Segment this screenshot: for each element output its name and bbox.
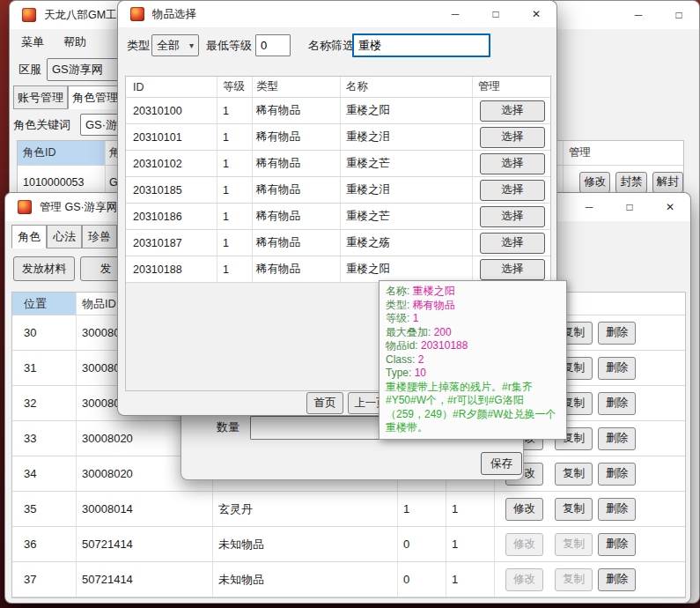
tooltip-field: 最大叠加: 200	[386, 326, 560, 340]
minimize-icon[interactable]: ─	[618, 1, 659, 29]
modify-button[interactable]: 修改	[505, 533, 543, 556]
header-level[interactable]: 等级	[217, 77, 253, 97]
cell-type: 稀有物品	[253, 256, 341, 282]
tooltip-field: 类型: 稀有物品	[386, 299, 560, 313]
select-button[interactable]: 选择	[480, 233, 545, 254]
titlebar: 物品选择 ─ □ ✕	[118, 1, 556, 27]
cell-position: 33	[12, 421, 77, 456]
role-keyword-value: GS·游	[85, 117, 117, 133]
cell-item-name: 玄灵丹	[213, 492, 398, 526]
unban-button[interactable]: 解封	[652, 172, 683, 193]
cell-position: 35	[12, 492, 77, 526]
delete-button[interactable]: 删除	[598, 498, 636, 521]
table-row[interactable]: 20310188 1 稀有物品 重楼之阳 选择	[126, 256, 550, 283]
cell-level: 1	[217, 230, 253, 256]
save-button[interactable]: 保存	[481, 452, 522, 475]
close-icon[interactable]: ✕	[516, 1, 556, 27]
table-row[interactable]: 20310100 1 稀有物品 重楼之阳 选择	[126, 98, 550, 124]
cell-type: 稀有物品	[253, 177, 341, 203]
select-button[interactable]: 选择	[480, 100, 545, 122]
delete-button[interactable]: 删除	[598, 357, 636, 380]
menu-item-menu[interactable]: 菜单	[11, 31, 54, 54]
maximize-icon[interactable]: □	[609, 193, 650, 221]
ban-button[interactable]: 封禁	[615, 172, 646, 193]
cell-actions: 修改 复制 删除	[495, 492, 685, 526]
tooltip-field: Type: 10	[386, 367, 560, 381]
min-level-label: 最低等级	[206, 40, 252, 52]
table-row: 37 50721414 未知物品 0 1 修改 复制 删除	[12, 562, 685, 597]
cell-actions: 修改 复制 删除	[495, 562, 685, 597]
table-row[interactable]: 20310186 1 稀有物品 重楼之芒 选择	[126, 204, 550, 230]
delete-button[interactable]: 删除	[598, 427, 636, 450]
cell-type: 稀有物品	[253, 151, 341, 176]
delete-button[interactable]: 删除	[598, 463, 636, 486]
tab-role-manage[interactable]: 角色管理	[68, 85, 122, 109]
table-row[interactable]: 20310101 1 稀有物品 重楼之泪 选择	[126, 124, 550, 151]
header-name[interactable]: 名称	[341, 77, 473, 97]
modify-button[interactable]: 修改	[505, 498, 543, 521]
cell-type: 稀有物品	[253, 124, 341, 150]
close-icon[interactable]: ✕	[650, 193, 690, 221]
app-icon	[18, 200, 32, 214]
first-page-button[interactable]: 首页	[306, 392, 343, 414]
cell-id: 20310100	[126, 98, 217, 123]
header-id[interactable]: ID	[126, 77, 217, 97]
grant-material-button[interactable]: 发放材料	[13, 256, 75, 281]
delete-button[interactable]: 删除	[598, 322, 636, 345]
cell-id: 20310185	[126, 177, 217, 203]
select-button[interactable]: 选择	[480, 206, 545, 227]
tab-mentality[interactable]: 心法	[47, 225, 82, 248]
cell-id: 20310188	[126, 256, 217, 282]
select-button[interactable]: 选择	[480, 127, 545, 148]
select-button[interactable]: 选择	[480, 259, 545, 280]
table-row: 36 50721414 未知物品 0 1 修改 复制 删除	[12, 527, 685, 562]
cell-count: 0	[398, 527, 446, 561]
cell-position: 32	[12, 386, 77, 420]
type-filter-label: 类型	[127, 40, 150, 52]
cell-item-id: 50721414	[77, 527, 213, 561]
cell-name: 重楼之芒	[341, 151, 473, 176]
cell-manage: 选择	[473, 256, 550, 282]
delete-button[interactable]: 删除	[598, 533, 636, 556]
tab-account-manage[interactable]: 账号管理	[13, 85, 68, 109]
type-filter-select[interactable]: 全部 ▾	[151, 34, 199, 56]
minimize-icon[interactable]: ─	[569, 193, 609, 221]
cell-position: 30	[12, 315, 77, 350]
cell-count: 0	[398, 562, 446, 597]
tooltip-description-line: （259，249）#R夕颜#W处兑换一个	[386, 408, 560, 422]
role-keyword-label: 角色关键词	[13, 119, 70, 131]
modify-button[interactable]: 修改	[579, 172, 610, 193]
header-position[interactable]: 位置	[12, 293, 77, 315]
minimize-icon[interactable]: ─	[435, 1, 475, 27]
copy-button[interactable]: 复制	[555, 533, 593, 556]
cell-manage: 选择	[473, 204, 550, 229]
cell-id: 20310101	[126, 124, 217, 150]
copy-button[interactable]: 复制	[555, 568, 593, 591]
cell-position: 37	[12, 562, 77, 597]
delete-button[interactable]: 删除	[598, 392, 636, 415]
select-button[interactable]: 选择	[480, 180, 545, 201]
copy-button[interactable]: 复制	[555, 498, 593, 521]
table-row[interactable]: 20310187 1 稀有物品 重楼之殇 选择	[126, 230, 550, 256]
table-row[interactable]: 20310185 1 稀有物品 重楼之泪 选择	[126, 177, 550, 204]
delete-button[interactable]: 删除	[598, 568, 636, 591]
menu-item-help[interactable]: 帮助	[54, 31, 96, 54]
header-manage: 管理	[473, 77, 550, 97]
table-row[interactable]: 20310102 1 稀有物品 重楼之芒 选择	[126, 151, 550, 177]
tab-pet[interactable]: 珍兽	[82, 225, 117, 248]
select-button[interactable]: 选择	[480, 153, 545, 174]
cell-level: 1	[217, 204, 253, 229]
header-role-id[interactable]: 角色ID	[18, 141, 106, 165]
header-type[interactable]: 类型	[253, 77, 341, 97]
modify-button[interactable]: 修改	[505, 568, 543, 591]
copy-button[interactable]: 复制	[555, 463, 593, 486]
maximize-icon[interactable]: □	[659, 1, 699, 29]
maximize-icon[interactable]: □	[475, 1, 516, 27]
name-filter-input[interactable]	[352, 33, 490, 57]
cell-id: 20310187	[126, 230, 217, 256]
min-level-input[interactable]	[255, 34, 291, 56]
cell-count: 1	[446, 562, 495, 597]
window-title: 管理 GS·游享网(	[40, 200, 121, 215]
tab-role[interactable]: 角色	[11, 225, 47, 248]
cell-count: 1	[446, 492, 495, 526]
